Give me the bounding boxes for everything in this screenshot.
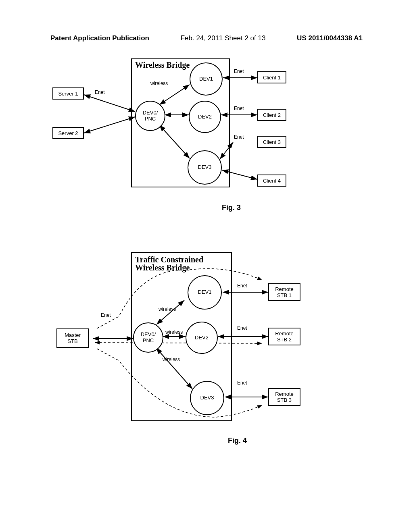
enet-label: Enet [101, 312, 111, 318]
fig3-caption: Fig. 3 [222, 204, 241, 212]
header-right: US 2011/0044338 A1 [297, 34, 363, 42]
enet-label: Enet [237, 325, 247, 331]
header-left: Patent Application Publication [50, 34, 149, 42]
dev0-circle-4: DEV0/ PNC [133, 322, 163, 353]
client1-box: Client 1 [257, 71, 286, 83]
enet-label: Enet [234, 106, 244, 111]
dev2-circle-4: DEV2 [186, 322, 218, 354]
wireless-label: wireless [163, 357, 180, 362]
remote1-box: Remote STB 1 [268, 283, 300, 301]
enet-label: Enet [237, 283, 247, 289]
dev2-circle: DEV2 [189, 101, 221, 133]
wireless-label: wireless [165, 329, 183, 335]
wireless-label: wireless [150, 81, 168, 86]
enet-label: Enet [234, 69, 244, 74]
client2-box: Client 2 [257, 109, 286, 121]
client4-box: Client 4 [257, 175, 286, 187]
server2-box: Server 2 [52, 127, 84, 139]
bridge-title-4b: Wireless Bridge [135, 263, 190, 272]
fig4-caption: Fig. 4 [228, 436, 247, 445]
enet-label: Enet [237, 380, 247, 386]
dev3-circle: DEV3 [188, 150, 222, 185]
dev3-circle-4: DEV3 [190, 381, 224, 415]
dev1-circle-4: DEV1 [188, 275, 222, 310]
bridge-title-3: Wireless Bridge [135, 60, 190, 70]
enet-label: Enet [234, 134, 244, 140]
figure-4: Traffic Constrained Wireless Bridge Mast… [63, 244, 365, 445]
remote2-box: Remote STB 2 [268, 328, 300, 345]
dev1-circle: DEV1 [190, 62, 223, 96]
header-mid: Feb. 24, 2011 Sheet 2 of 13 [181, 34, 266, 42]
server1-box: Server 1 [52, 87, 84, 100]
dev0-circle: DEV0/ PNC [135, 101, 165, 131]
svg-line-1 [84, 117, 135, 133]
remote3-box: Remote STB 3 [268, 388, 300, 406]
enet-label: Enet [95, 89, 105, 95]
figure-3: Wireless Bridge Server 1 Server 2 DEV0/ … [56, 54, 359, 208]
master-stb-box: Master STB [56, 328, 89, 348]
wireless-label: wireless [159, 306, 176, 312]
client3-box: Client 3 [257, 136, 286, 148]
svg-line-0 [84, 95, 135, 112]
